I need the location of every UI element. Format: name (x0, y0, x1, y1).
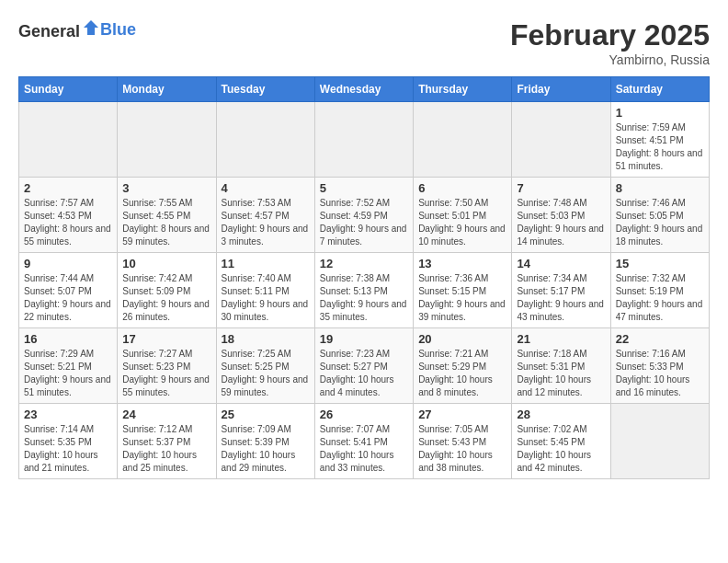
title-block: February 2025 Yambirno, Russia (510, 18, 710, 67)
calendar-cell (314, 102, 413, 178)
day-number: 1 (616, 106, 704, 120)
calendar-week-row: 9Sunrise: 7:44 AM Sunset: 5:07 PM Daylig… (19, 253, 710, 328)
calendar-cell: 23Sunrise: 7:14 AM Sunset: 5:35 PM Dayli… (19, 404, 118, 479)
day-info: Sunrise: 7:50 AM Sunset: 5:01 PM Dayligh… (418, 197, 506, 248)
calendar-table: SundayMondayTuesdayWednesdayThursdayFrid… (18, 76, 710, 479)
day-number: 12 (320, 257, 408, 270)
logo: General Blue (18, 18, 136, 41)
day-number: 15 (616, 257, 704, 270)
day-number: 19 (320, 332, 408, 346)
calendar-cell: 18Sunrise: 7:25 AM Sunset: 5:25 PM Dayli… (216, 328, 314, 404)
day-number: 3 (122, 181, 210, 195)
calendar-header-row: SundayMondayTuesdayWednesdayThursdayFrid… (19, 77, 710, 102)
day-number: 11 (222, 257, 310, 270)
calendar-cell: 2Sunrise: 7:57 AM Sunset: 4:53 PM Daylig… (19, 178, 118, 253)
day-number: 4 (222, 181, 310, 195)
day-info: Sunrise: 7:52 AM Sunset: 4:59 PM Dayligh… (320, 197, 408, 248)
day-info: Sunrise: 7:29 AM Sunset: 5:21 PM Dayligh… (24, 348, 112, 399)
calendar-cell: 4Sunrise: 7:53 AM Sunset: 4:57 PM Daylig… (216, 178, 314, 253)
calendar-week-row: 16Sunrise: 7:29 AM Sunset: 5:21 PM Dayli… (19, 328, 710, 404)
calendar-cell: 21Sunrise: 7:18 AM Sunset: 5:31 PM Dayli… (512, 328, 610, 404)
day-number: 5 (320, 181, 408, 195)
day-number: 6 (418, 181, 506, 195)
weekday-header-thursday: Thursday (414, 77, 512, 102)
day-number: 26 (320, 408, 408, 421)
weekday-header-monday: Monday (118, 77, 216, 102)
calendar-week-row: 2Sunrise: 7:57 AM Sunset: 4:53 PM Daylig… (19, 178, 710, 253)
day-number: 27 (418, 408, 506, 421)
calendar-cell: 28Sunrise: 7:02 AM Sunset: 5:45 PM Dayli… (512, 404, 610, 479)
calendar-cell: 22Sunrise: 7:16 AM Sunset: 5:33 PM Dayli… (610, 328, 709, 404)
day-info: Sunrise: 7:38 AM Sunset: 5:13 PM Dayligh… (320, 272, 408, 324)
logo-blue: Blue (100, 20, 136, 40)
calendar-cell (19, 102, 118, 178)
day-info: Sunrise: 7:44 AM Sunset: 5:07 PM Dayligh… (24, 272, 112, 324)
day-info: Sunrise: 7:40 AM Sunset: 5:11 PM Dayligh… (222, 272, 310, 324)
weekday-header-wednesday: Wednesday (314, 77, 413, 102)
calendar-cell: 16Sunrise: 7:29 AM Sunset: 5:21 PM Dayli… (19, 328, 118, 404)
day-number: 14 (517, 257, 605, 270)
calendar-cell: 27Sunrise: 7:05 AM Sunset: 5:43 PM Dayli… (414, 404, 512, 479)
calendar-cell: 1Sunrise: 7:59 AM Sunset: 4:51 PM Daylig… (610, 102, 709, 178)
day-info: Sunrise: 7:14 AM Sunset: 5:35 PM Dayligh… (24, 423, 112, 475)
day-info: Sunrise: 7:53 AM Sunset: 4:57 PM Dayligh… (222, 197, 310, 248)
logo-icon (82, 18, 100, 37)
day-info: Sunrise: 7:07 AM Sunset: 5:41 PM Dayligh… (320, 423, 408, 475)
calendar-cell: 17Sunrise: 7:27 AM Sunset: 5:23 PM Dayli… (118, 328, 216, 404)
day-number: 25 (222, 408, 310, 421)
month-year-title: February 2025 (510, 18, 710, 52)
day-number: 16 (24, 332, 112, 346)
day-info: Sunrise: 7:48 AM Sunset: 5:03 PM Dayligh… (517, 197, 605, 248)
day-number: 8 (616, 181, 704, 195)
calendar-cell: 5Sunrise: 7:52 AM Sunset: 4:59 PM Daylig… (314, 178, 413, 253)
day-info: Sunrise: 7:12 AM Sunset: 5:37 PM Dayligh… (122, 423, 210, 475)
day-number: 20 (418, 332, 506, 346)
calendar-cell: 11Sunrise: 7:40 AM Sunset: 5:11 PM Dayli… (216, 253, 314, 328)
day-info: Sunrise: 7:34 AM Sunset: 5:17 PM Dayligh… (517, 272, 605, 324)
day-number: 13 (418, 257, 506, 270)
day-info: Sunrise: 7:02 AM Sunset: 5:45 PM Dayligh… (517, 423, 605, 475)
day-number: 22 (616, 332, 704, 346)
day-info: Sunrise: 7:32 AM Sunset: 5:19 PM Dayligh… (616, 272, 704, 324)
day-number: 10 (122, 257, 210, 270)
day-info: Sunrise: 7:42 AM Sunset: 5:09 PM Dayligh… (122, 272, 210, 324)
page-header: General Blue February 2025 Yambirno, Rus… (18, 18, 710, 67)
day-info: Sunrise: 7:55 AM Sunset: 4:55 PM Dayligh… (122, 197, 210, 248)
day-number: 7 (517, 181, 605, 195)
day-number: 9 (24, 257, 112, 270)
day-info: Sunrise: 7:05 AM Sunset: 5:43 PM Dayligh… (418, 423, 506, 475)
day-number: 28 (517, 408, 605, 421)
calendar-cell: 20Sunrise: 7:21 AM Sunset: 5:29 PM Dayli… (414, 328, 512, 404)
calendar-cell: 9Sunrise: 7:44 AM Sunset: 5:07 PM Daylig… (19, 253, 118, 328)
day-info: Sunrise: 7:46 AM Sunset: 5:05 PM Dayligh… (616, 197, 704, 248)
calendar-cell (414, 102, 512, 178)
day-info: Sunrise: 7:25 AM Sunset: 5:25 PM Dayligh… (222, 348, 310, 399)
day-info: Sunrise: 7:09 AM Sunset: 5:39 PM Dayligh… (222, 423, 310, 475)
day-info: Sunrise: 7:59 AM Sunset: 4:51 PM Dayligh… (616, 121, 704, 173)
calendar-cell (610, 404, 709, 479)
day-number: 2 (24, 181, 112, 195)
calendar-cell (512, 102, 610, 178)
day-number: 24 (122, 408, 210, 421)
calendar-cell: 24Sunrise: 7:12 AM Sunset: 5:37 PM Dayli… (118, 404, 216, 479)
weekday-header-sunday: Sunday (19, 77, 118, 102)
weekday-header-tuesday: Tuesday (216, 77, 314, 102)
logo-general: General (18, 22, 80, 40)
svg-marker-0 (84, 20, 98, 35)
calendar-cell: 8Sunrise: 7:46 AM Sunset: 5:05 PM Daylig… (610, 178, 709, 253)
calendar-cell (118, 102, 216, 178)
calendar-cell: 13Sunrise: 7:36 AM Sunset: 5:15 PM Dayli… (414, 253, 512, 328)
calendar-cell: 7Sunrise: 7:48 AM Sunset: 5:03 PM Daylig… (512, 178, 610, 253)
weekday-header-saturday: Saturday (610, 77, 709, 102)
day-number: 21 (517, 332, 605, 346)
day-info: Sunrise: 7:16 AM Sunset: 5:33 PM Dayligh… (616, 348, 704, 399)
calendar-cell: 26Sunrise: 7:07 AM Sunset: 5:41 PM Dayli… (314, 404, 413, 479)
calendar-week-row: 23Sunrise: 7:14 AM Sunset: 5:35 PM Dayli… (19, 404, 710, 479)
day-info: Sunrise: 7:18 AM Sunset: 5:31 PM Dayligh… (517, 348, 605, 399)
day-number: 18 (222, 332, 310, 346)
day-info: Sunrise: 7:23 AM Sunset: 5:27 PM Dayligh… (320, 348, 408, 399)
calendar-cell: 14Sunrise: 7:34 AM Sunset: 5:17 PM Dayli… (512, 253, 610, 328)
calendar-cell: 15Sunrise: 7:32 AM Sunset: 5:19 PM Dayli… (610, 253, 709, 328)
weekday-header-friday: Friday (512, 77, 610, 102)
day-number: 23 (24, 408, 112, 421)
